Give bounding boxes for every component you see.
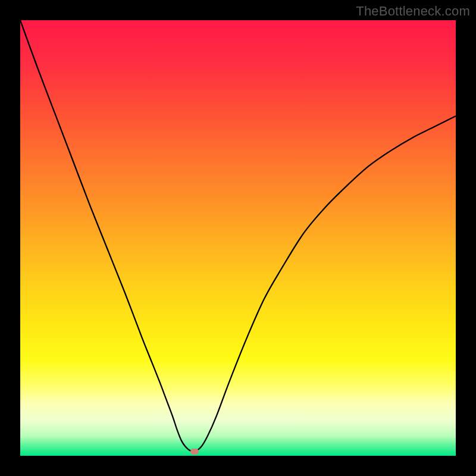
watermark-text: TheBottleneck.com (356, 4, 470, 19)
bottleneck-curve (20, 20, 456, 456)
plot-area (20, 20, 456, 456)
optimal-point-marker (190, 449, 199, 455)
chart-container: TheBottleneck.com (0, 0, 476, 476)
